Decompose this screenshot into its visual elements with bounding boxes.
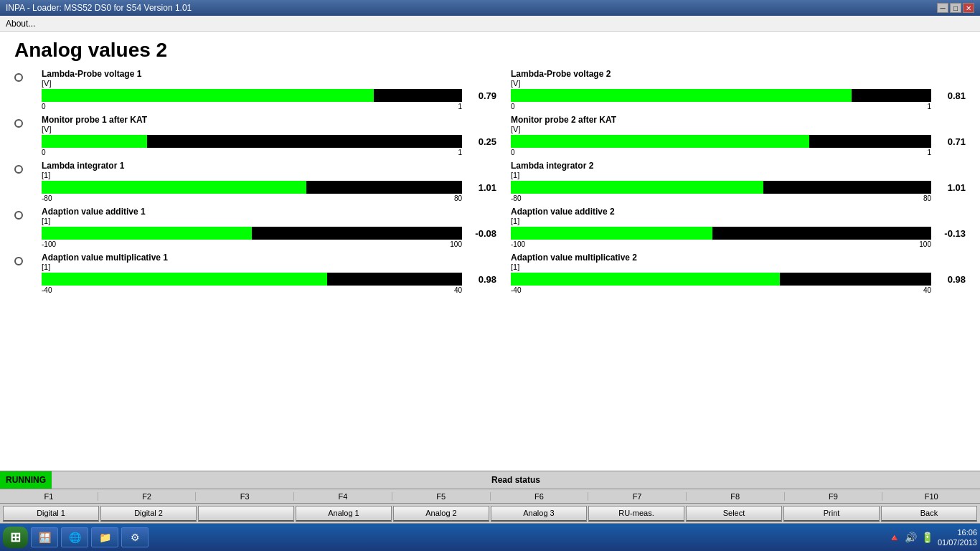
- fn-button-2: [198, 506, 294, 522]
- fkey-label-f8: F8: [687, 492, 785, 501]
- scale-min: -40: [42, 286, 52, 294]
- gauge-bar-row: 0.71: [511, 135, 966, 148]
- gauge-bar-row: 0.98: [511, 273, 966, 286]
- fn-button-6[interactable]: RU-meas.: [588, 506, 684, 522]
- gauge-bar-row: -0.08: [42, 227, 496, 240]
- gauge-value: -0.13: [936, 228, 966, 239]
- gauge-scale: -4040: [42, 286, 496, 294]
- radio-cell[interactable]: [14, 207, 27, 251]
- scale-min: -100: [42, 240, 56, 248]
- taskbar-app-icon-3: ⚙: [128, 530, 142, 545]
- gauge-bar-fill: [42, 273, 327, 286]
- gauge-bar-fill: [511, 135, 809, 148]
- gauges-container: Lambda-Probe voltage 1[V]0.7901Lambda-Pr…: [14, 69, 966, 297]
- gauge-bar-row: 0.25: [42, 135, 496, 148]
- scale-min: -80: [511, 194, 521, 202]
- scale-max: 1: [927, 149, 931, 156]
- title-bar-text: INPA - Loader: MSS52 DS0 for S54 Version…: [6, 3, 192, 13]
- fn-button-3[interactable]: Analog 1: [296, 506, 392, 522]
- scale-max: 40: [454, 286, 462, 294]
- title-bar: INPA - Loader: MSS52 DS0 for S54 Version…: [0, 0, 980, 16]
- fkey-label-f5: F5: [392, 492, 491, 501]
- gauge-unit: [V]: [42, 79, 496, 88]
- gauge-bar-fill: [511, 273, 780, 286]
- fkey-label-f4: F4: [294, 492, 392, 501]
- scale-max: 1: [927, 103, 931, 110]
- main-content: Analog values 2 Lambda-Probe voltage 1[V…: [0, 32, 980, 471]
- gauge-value: 1.01: [466, 182, 496, 193]
- fn-button-8[interactable]: Print: [783, 506, 880, 522]
- gauge-bar-fill: [511, 89, 852, 102]
- gauge-label: Lambda-Probe voltage 2: [511, 69, 966, 79]
- gauge-scale: 01: [42, 103, 496, 110]
- gauge-scale: 01: [511, 149, 966, 156]
- gauge-bar-fill: [511, 181, 763, 194]
- gauge-bar-bg: [511, 227, 931, 240]
- gauge-item: Adaption value multiplicative 1[1]0.98-4…: [42, 253, 496, 297]
- gauge-bar-bg: [511, 89, 931, 102]
- radio-button[interactable]: [14, 73, 23, 82]
- fn-button-0[interactable]: Digital 1: [3, 506, 99, 522]
- gauge-bar-bg: [42, 89, 462, 102]
- start-button[interactable]: ⊞: [3, 527, 28, 548]
- scale-max: 40: [923, 286, 931, 294]
- gauge-scale: -8080: [42, 194, 496, 202]
- fn-button-4[interactable]: Analog 2: [393, 506, 489, 522]
- gauge-bar-fill: [42, 227, 252, 240]
- taskbar-app-icon-0: 🪟: [37, 530, 52, 545]
- fkey-label-f10: F10: [882, 492, 980, 501]
- fkey-label-f9: F9: [785, 492, 883, 501]
- gauge-item: Lambda-Probe voltage 2[V]0.8101: [511, 69, 966, 113]
- radio-button[interactable]: [14, 257, 23, 265]
- fn-button-1[interactable]: Digital 2: [100, 506, 197, 522]
- close-button[interactable]: ✕: [963, 3, 974, 13]
- taskbar-app-0[interactable]: 🪟: [31, 527, 58, 547]
- radio-cell[interactable]: [14, 115, 27, 159]
- gauge-bar-fill: [42, 181, 306, 194]
- taskbar-app-1[interactable]: 🌐: [61, 527, 88, 547]
- scale-max: 1: [458, 149, 462, 156]
- taskbar-app-3[interactable]: ⚙: [121, 527, 149, 547]
- read-status-label: Read status: [52, 475, 980, 485]
- title-bar-buttons: ─ □ ✕: [937, 3, 974, 13]
- scale-min: 0: [511, 103, 515, 110]
- menu-about[interactable]: About...: [6, 19, 35, 29]
- sys-icon-sound: 🔊: [905, 532, 917, 543]
- gauge-bar-row: 1.01: [42, 181, 496, 194]
- gauge-unit: [V]: [511, 79, 966, 88]
- page-title: Analog values 2: [14, 39, 966, 62]
- clock-time: 16:06: [938, 527, 977, 537]
- minimize-button[interactable]: ─: [937, 3, 948, 13]
- scale-min: -100: [511, 240, 525, 248]
- radio-button[interactable]: [14, 119, 23, 128]
- gauge-item: Adaption value additive 2[1]-0.13-100100: [511, 207, 966, 251]
- gauge-scale: -100100: [42, 240, 496, 248]
- radio-cell[interactable]: [14, 253, 27, 297]
- gauge-value: 0.71: [936, 136, 966, 147]
- gauge-value: 0.98: [936, 274, 966, 285]
- gauge-item: Adaption value multiplicative 2[1]0.98-4…: [511, 253, 966, 297]
- scale-max: 80: [454, 194, 462, 202]
- fn-button-9[interactable]: Back: [881, 506, 977, 522]
- gauge-value: 0.25: [466, 136, 496, 147]
- taskbar-apps: 🪟🌐📁⚙: [31, 527, 149, 547]
- fn-button-7[interactable]: Select: [686, 506, 782, 522]
- gauge-label: Lambda integrator 1: [42, 161, 496, 171]
- radio-button[interactable]: [14, 165, 23, 174]
- fkey-bar: F1F2F3F4F5F6F7F8F9F10: [0, 489, 980, 504]
- fn-button-5[interactable]: Analog 3: [491, 506, 587, 522]
- gauge-unit: [1]: [42, 217, 496, 225]
- taskbar-app-icon-1: 🌐: [67, 530, 82, 545]
- radio-cell[interactable]: [14, 161, 27, 205]
- radio-cell[interactable]: [14, 69, 27, 113]
- gauge-value: -0.08: [466, 228, 496, 239]
- gauge-bar-row: 0.79: [42, 89, 496, 102]
- gauge-unit: [1]: [511, 263, 966, 271]
- taskbar-app-icon-2: 📁: [98, 530, 112, 545]
- gauge-item: Lambda integrator 2[1]1.01-8080: [511, 161, 966, 205]
- radio-button[interactable]: [14, 211, 23, 220]
- gauge-bar-fill: [511, 227, 712, 240]
- maximize-button[interactable]: □: [950, 3, 961, 13]
- taskbar-app-2[interactable]: 📁: [91, 527, 118, 547]
- gauge-item: Adaption value additive 1[1]-0.08-100100: [42, 207, 496, 251]
